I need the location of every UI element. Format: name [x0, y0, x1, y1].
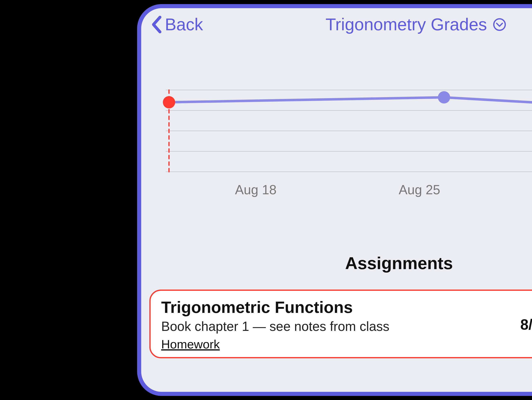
- page-title-dropdown[interactable]: Trigonometry Grades: [325, 15, 507, 34]
- grades-screen: Back Trigonometry Grades: [137, 4, 532, 396]
- assignment-card[interactable]: Trigonometric Functions Book chapter 1 —…: [149, 290, 532, 358]
- assignment-title: Trigonometric Functions: [161, 298, 520, 316]
- assignments-heading: Assignments: [149, 254, 532, 273]
- header-bar: Back Trigonometry Grades: [149, 12, 532, 37]
- x-tick-label: Aug 25: [399, 182, 440, 197]
- assignment-info: Trigonometric Functions Book chapter 1 —…: [161, 298, 520, 351]
- chevron-down-circle-icon: [493, 18, 507, 32]
- assignment-date: 8/15: [520, 316, 532, 333]
- back-button[interactable]: Back: [151, 15, 203, 34]
- chevron-left-icon: [151, 16, 162, 33]
- assignment-grade-group: 8/15 B 85.0%: [520, 314, 532, 335]
- chart-point-selected[interactable]: [163, 96, 175, 108]
- svg-point-0: [494, 19, 506, 30]
- back-label: Back: [165, 15, 203, 34]
- assignment-description: Book chapter 1 — see notes from class: [161, 319, 520, 334]
- page-title: Trigonometry Grades: [325, 15, 487, 34]
- grades-chart[interactable]: 100 75 50 25 0 Aug 18 Aug 25 Sep 1: [149, 82, 532, 217]
- x-tick-label: Aug 18: [235, 182, 276, 197]
- chart-point[interactable]: [438, 91, 450, 103]
- assignment-category-link[interactable]: Homework: [161, 337, 220, 351]
